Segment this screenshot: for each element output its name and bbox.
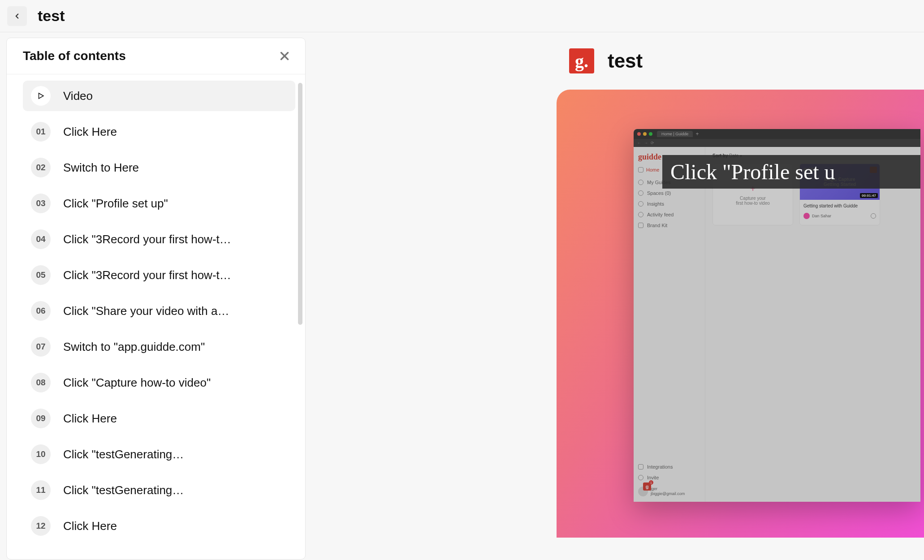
- toc-item-label: Click "Share your video with a…: [63, 304, 229, 318]
- back-button[interactable]: [7, 6, 27, 26]
- preview-header: g. test: [569, 48, 924, 73]
- nav-arrow-icon: ←: [637, 141, 641, 145]
- step-number-badge: 09: [31, 409, 51, 428]
- home-icon: [638, 167, 643, 172]
- guidde-logo: g.: [569, 48, 594, 73]
- toc-item-label: Click "3Record your first how-t…: [63, 233, 231, 246]
- toc-item-label: Click "Capture how-to video": [63, 376, 211, 390]
- user-info: jger jbiggie@gmail.com: [651, 487, 685, 496]
- toc-item[interactable]: 04 Click "3Record your first how-t…: [23, 224, 295, 254]
- toc-close-button[interactable]: [276, 48, 293, 64]
- mock-main: Sort by Date ▾ + Capture your first how-…: [705, 147, 920, 502]
- mock-nav-item: Integrations: [638, 461, 700, 472]
- step-number-badge: 05: [31, 265, 51, 285]
- mock-nav-item: Insights: [638, 198, 700, 209]
- new-tab-icon: +: [695, 131, 699, 137]
- card-body: Getting started with Guidde Dan Sahar: [800, 200, 880, 223]
- mock-nav-item: Invite: [638, 472, 700, 483]
- integrations-icon: [638, 464, 643, 470]
- step-number-badge: 10: [31, 444, 51, 464]
- step-number-badge: 04: [31, 229, 51, 249]
- guides-icon: [638, 180, 643, 185]
- toc-item-label: Click Here: [63, 125, 117, 139]
- mock-titlebar: Home | Guidde +: [634, 129, 920, 139]
- minimize-dot-icon: [643, 132, 647, 136]
- toc-heading: Table of contents: [23, 49, 126, 63]
- content-area: Table of contents Video 01 Click Here 02…: [0, 32, 924, 560]
- toc-item-label: Video: [63, 89, 93, 103]
- spaces-icon: [638, 190, 643, 196]
- toc-item[interactable]: 03 Click "Profile set up": [23, 188, 295, 219]
- toc-item-label: Switch to "app.guidde.com": [63, 340, 205, 354]
- maximize-dot-icon: [649, 132, 652, 136]
- step-number-badge: 01: [31, 122, 51, 142]
- close-icon: [278, 49, 291, 63]
- logo-glyph: g.: [575, 51, 588, 72]
- traffic-lights: [637, 132, 652, 136]
- mock-urlbar: ← → ⟳: [634, 139, 920, 147]
- toc-item[interactable]: 08 Click "Capture how-to video": [23, 367, 295, 398]
- reload-icon: ⟳: [651, 141, 654, 145]
- step-number-badge: 08: [31, 373, 51, 392]
- author-left: Dan Sahar: [803, 213, 831, 219]
- toc-item[interactable]: 02 Switch to Here: [23, 152, 295, 183]
- globe-icon: [871, 213, 876, 219]
- play-icon: [37, 92, 45, 100]
- mock-nav-item: Brand Kit: [638, 220, 700, 231]
- toc-item-video[interactable]: Video: [23, 81, 295, 111]
- duration-badge: 00:01:47: [860, 193, 878, 198]
- page-title: test: [38, 7, 65, 25]
- toc-item-label: Click "testGenerating…: [63, 483, 184, 497]
- browser-tab: Home | Guidde: [657, 131, 693, 137]
- toc-item-label: Click "Profile set up": [63, 197, 168, 211]
- toc-item[interactable]: 06 Click "Share your video with a…: [23, 296, 295, 326]
- toc-item[interactable]: 01 Click Here: [23, 116, 295, 147]
- preview-slide[interactable]: Home | Guidde + ← → ⟳ guidde Home: [557, 90, 924, 538]
- brandkit-icon: [638, 223, 643, 228]
- toc-header: Table of contents: [7, 38, 305, 74]
- card-title: Getting started with Guidde: [803, 203, 876, 208]
- mock-nav-item: Spaces (0): [638, 188, 700, 198]
- toc-panel: Table of contents Video 01 Click Here 02…: [6, 38, 306, 560]
- toc-item-label: Click "testGenerating…: [63, 448, 184, 461]
- step-number-badge: 06: [31, 301, 51, 321]
- step-number-badge: 11: [31, 480, 51, 500]
- toc-item-label: Switch to Here: [63, 161, 139, 175]
- step-number-badge: 02: [31, 158, 51, 177]
- card-author-row: Dan Sahar: [803, 213, 876, 219]
- topbar: test: [0, 0, 924, 32]
- preview-title: test: [608, 50, 643, 72]
- step-caption-overlay: Click "Profile set u: [662, 155, 920, 189]
- toc-item[interactable]: 10 Click "testGenerating…: [23, 439, 295, 470]
- close-dot-icon: [637, 132, 641, 136]
- mock-browser-window: Home | Guidde + ← → ⟳ guidde Home: [634, 129, 920, 502]
- step-number-badge: 07: [31, 337, 51, 357]
- toc-item-label: Click Here: [63, 412, 117, 426]
- step-number-badge: 03: [31, 194, 51, 213]
- toc-list[interactable]: Video 01 Click Here 02 Switch to Here 03…: [7, 74, 305, 559]
- toc-item[interactable]: 07 Switch to "app.guidde.com": [23, 332, 295, 362]
- toc-item[interactable]: 12 Click Here: [23, 511, 295, 541]
- toc-scrollbar[interactable]: [298, 83, 302, 325]
- invite-icon: [638, 475, 643, 480]
- toc-item[interactable]: 05 Click "3Record your first how-t…: [23, 260, 295, 290]
- step-number-badge: 12: [31, 516, 51, 536]
- mock-nav-item: Activity feed: [638, 209, 700, 220]
- play-badge: [31, 86, 51, 106]
- chevron-left-icon: [13, 12, 21, 20]
- toc-item[interactable]: 11 Click "testGenerating…: [23, 475, 295, 505]
- mock-user-block: g 1 jger jbiggie@gmail.com: [638, 487, 700, 496]
- preview-area: g. test Home | Guidde + ← → ⟳: [306, 32, 924, 560]
- notification-badge: g 1: [643, 482, 652, 491]
- toc-item-label: Click "3Record your first how-t…: [63, 268, 231, 282]
- nav-arrow-icon: →: [644, 141, 648, 145]
- activity-icon: [638, 212, 643, 217]
- mock-sidebar-bottom: Integrations Invite g 1: [638, 457, 700, 496]
- mock-sidebar: guidde Home My Guides Spaces (0): [634, 147, 705, 502]
- author-avatar: [803, 213, 810, 219]
- mock-app-body: guidde Home My Guides Spaces (0): [634, 147, 920, 502]
- badge-count: 1: [649, 480, 653, 485]
- toc-item-label: Click Here: [63, 519, 117, 533]
- toc-item[interactable]: 09 Click Here: [23, 403, 295, 434]
- svg-marker-2: [39, 93, 44, 99]
